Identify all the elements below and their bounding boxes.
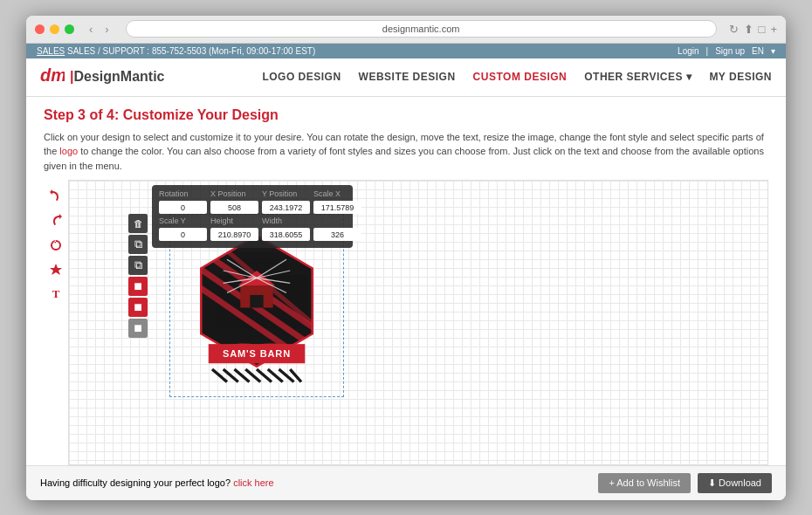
rotation-input[interactable]	[159, 201, 207, 214]
color2-tool[interactable]: ■	[128, 298, 148, 317]
browser-nav: ‹ ›	[85, 21, 114, 38]
height-input[interactable]	[210, 228, 258, 241]
color1-tool[interactable]: ■	[128, 277, 148, 296]
redo-button[interactable]	[46, 211, 65, 230]
nav-links: LOGO DESIGN WEBSITE DESIGN CUSTOM DESIGN…	[262, 71, 772, 83]
maximize-dot[interactable]	[65, 24, 74, 34]
lang-selector[interactable]: EN	[752, 46, 764, 56]
bookmark-button[interactable]: □	[759, 23, 766, 36]
text-button[interactable]: T	[46, 285, 65, 304]
svg-text:dm: dm	[40, 65, 65, 85]
step-title: Step 3 of 4: Customize Your Design	[44, 107, 768, 123]
nav-other-services[interactable]: OTHER SERVICES ▾	[584, 71, 692, 83]
help-text: Having difficulty designing your perfect…	[40, 477, 274, 488]
height-label: Height	[210, 216, 258, 225]
svg-rect-10	[250, 295, 263, 307]
canvas-container[interactable]: 🗑 ⧉ ⧉ ■ ■ ■ Rotation X Position Y Positi…	[68, 180, 768, 465]
brand-name: |DesignMantic	[70, 69, 165, 85]
refresh-button[interactable]	[46, 236, 65, 255]
favorite-button[interactable]	[46, 260, 65, 279]
forward-button[interactable]: ›	[100, 21, 113, 38]
svg-text:SAM'S BARN: SAM'S BARN	[223, 347, 291, 358]
lang-dropdown-icon[interactable]: ▾	[771, 46, 775, 56]
logo-icon: dm	[40, 65, 65, 89]
width-input[interactable]	[262, 228, 310, 241]
step-description: Click on your design to select and custo…	[44, 130, 768, 174]
browser-titlebar: ‹ › designmantic.com ↻ ⬆ □ +	[26, 16, 786, 44]
signup-link[interactable]: Sign up	[715, 46, 745, 56]
delete-tool[interactable]: 🗑	[128, 214, 148, 233]
top-right-links: Login | Sign up EN ▾	[678, 46, 775, 56]
newtab-button[interactable]: +	[770, 23, 777, 36]
minimize-dot[interactable]	[50, 24, 59, 34]
canvas-icon-toolbar: 🗑 ⧉ ⧉ ■ ■ ■	[128, 214, 148, 338]
click-here-link[interactable]: click here	[233, 477, 273, 488]
address-bar[interactable]: designmantic.com	[126, 20, 717, 38]
back-button[interactable]: ‹	[85, 21, 97, 38]
y-position-label: Y Position	[262, 189, 310, 198]
sales-label: SALES	[37, 46, 65, 56]
nav-logo-design[interactable]: LOGO DESIGN	[262, 71, 341, 83]
logo-link[interactable]: logo	[59, 146, 78, 156]
svg-marker-1	[50, 264, 62, 275]
nav-my-design[interactable]: MY DESIGN	[709, 71, 772, 83]
login-link[interactable]: Login	[678, 46, 698, 56]
nav-website-design[interactable]: WEBSITE DESIGN	[359, 71, 456, 83]
bottom-bar: Having difficulty designing your perfect…	[26, 465, 786, 500]
design-area-wrapper: T 🗑 ⧉ ⧉ ■ ■ ■ Rotation X P	[44, 180, 768, 465]
download-button[interactable]: ⬇ Download	[698, 473, 772, 493]
scale-x-input[interactable]	[313, 201, 361, 214]
wishlist-button[interactable]: + Add to Wishlist	[598, 473, 691, 493]
bottom-actions: + Add to Wishlist ⬇ Download	[598, 473, 772, 493]
reload-button[interactable]: ↻	[729, 23, 739, 36]
y-position-input[interactable]	[262, 201, 310, 214]
undo-button[interactable]	[46, 187, 65, 206]
main-nav: dm |DesignMantic LOGO DESIGN WEBSITE DES…	[26, 58, 786, 97]
separator: |	[706, 46, 709, 56]
copy-tool[interactable]: ⧉	[128, 235, 148, 254]
paste-tool[interactable]: ⧉	[128, 256, 148, 275]
scale-y-label: Scale Y	[159, 216, 207, 225]
sales-info: SALES SALES / SUPPORT : 855-752-5503 (Mo…	[37, 46, 315, 56]
browser-actions: ↻ ⬆ □ +	[729, 23, 777, 36]
rotation-label: Rotation	[159, 189, 207, 198]
width-label: Width	[262, 216, 310, 225]
left-toolbar: T	[44, 180, 68, 465]
nav-custom-design[interactable]: CUSTOM DESIGN	[473, 71, 568, 83]
close-dot[interactable]	[35, 24, 45, 34]
width-input2[interactable]	[313, 228, 361, 241]
sales-number: SALES / SUPPORT : 855-752-5503 (Mon-Fri,…	[67, 46, 315, 56]
scale-y-input[interactable]	[159, 228, 207, 241]
x-position-label: X Position	[210, 189, 258, 198]
x-position-input[interactable]	[210, 201, 258, 214]
top-bar: SALES SALES / SUPPORT : 855-752-5503 (Mo…	[26, 44, 786, 58]
color3-tool[interactable]: ■	[128, 319, 148, 338]
page-content: Step 3 of 4: Customize Your Design Click…	[26, 97, 786, 465]
scale-x-label: Scale X	[313, 189, 361, 198]
logo-area: dm |DesignMantic	[40, 65, 165, 89]
properties-popup: Rotation X Position Y Position Scale X S…	[152, 185, 353, 248]
share-button[interactable]: ⬆	[744, 23, 754, 36]
browser-window: ‹ › designmantic.com ↻ ⬆ □ + SALES SALES…	[26, 16, 786, 500]
